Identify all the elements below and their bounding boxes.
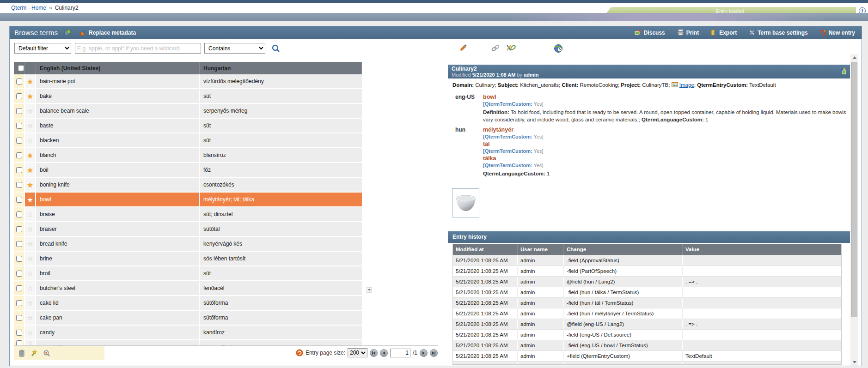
star-toggle[interactable]: ☆ (27, 300, 33, 307)
term-base-settings-button[interactable]: Term base settings (749, 30, 807, 36)
row-checkbox[interactable] (16, 197, 22, 203)
column-header-hungarian[interactable]: Hungarian (200, 62, 362, 74)
star-toggle[interactable]: ☆ (27, 241, 33, 247)
row-checkbox[interactable] (16, 271, 22, 277)
delete-entries-button[interactable] (18, 350, 25, 357)
row-checkbox[interactable] (16, 123, 22, 129)
row-checkbox[interactable] (16, 330, 22, 336)
search-replace-button[interactable] (43, 350, 50, 357)
column-header-user-name[interactable]: User name (518, 244, 564, 255)
new-entry-button[interactable]: New entry (820, 30, 855, 36)
image-link[interactable]: Image (679, 82, 694, 88)
row-checkbox[interactable] (16, 211, 22, 217)
row-checkbox[interactable] (16, 108, 22, 114)
table-row[interactable]: ☆ bread knife kenyérvágó kés (14, 237, 362, 252)
table-row[interactable]: ★ blanch blansíroz (14, 148, 362, 163)
row-checkbox[interactable] (16, 285, 22, 291)
table-row[interactable]: ☆ braise süt; dinsztel (14, 207, 362, 222)
row-checkbox[interactable] (16, 138, 22, 144)
star-cell: ☆ (25, 252, 36, 265)
table-row[interactable]: ★ boning knife csontozókés (14, 178, 362, 193)
column-header-value[interactable]: Value (683, 244, 841, 255)
column-header-modified-at[interactable]: Modified at (453, 244, 518, 255)
star-toggle[interactable]: ★ (27, 78, 33, 85)
table-row[interactable]: ☆ braiser sütőtál (14, 222, 362, 237)
row-checkbox[interactable] (16, 300, 22, 306)
table-row[interactable]: ☆ cake pan sütőforma (14, 311, 362, 326)
filter-select[interactable]: Default filter (14, 43, 71, 54)
select-all-checkbox[interactable] (18, 65, 24, 71)
table-row[interactable]: ★ bowl mélytányér; tál; tálka (14, 193, 362, 207)
table-row[interactable]: ★ bain-marie pot vízfürdős melegítőedény (14, 74, 362, 89)
edit-pencil-icon[interactable] (459, 44, 468, 53)
unlink-icon[interactable] (506, 44, 515, 53)
browse-terms-icon[interactable] (64, 30, 71, 36)
star-toggle[interactable]: ☆ (27, 211, 33, 218)
row-checkbox[interactable] (16, 152, 22, 158)
search-button[interactable] (271, 43, 282, 54)
row-checkbox[interactable] (16, 182, 22, 188)
table-row[interactable]: ☆ broil süt (14, 266, 362, 281)
table-row[interactable]: ☆ balance beam scale serpenyős mérleg (14, 104, 362, 119)
star-toggle[interactable]: ★ (27, 181, 33, 188)
select-all-cell[interactable] (14, 62, 25, 74)
page-input[interactable] (390, 349, 410, 357)
row-checkbox[interactable] (16, 256, 22, 262)
search-input[interactable] (75, 43, 201, 54)
terms-scroll-down-button[interactable] (367, 287, 372, 293)
column-header-change[interactable]: Change (564, 244, 683, 255)
star-toggle[interactable]: ☆ (27, 329, 33, 336)
table-row[interactable]: ☆ baste süt (14, 119, 362, 133)
export-button[interactable]: Export (711, 30, 737, 36)
star-toggle[interactable]: ☆ (27, 137, 33, 144)
first-page-button[interactable] (370, 349, 378, 357)
star-toggle[interactable]: ☆ (27, 226, 33, 233)
table-row[interactable]: ★ boil főz (14, 163, 362, 178)
row-checkbox[interactable] (16, 226, 22, 232)
row-checkbox[interactable] (16, 78, 22, 84)
entry-discuss-icon[interactable] (840, 68, 846, 74)
batch-edit-button[interactable] (31, 350, 37, 357)
scroll-up-button[interactable] (850, 54, 858, 61)
match-mode-select[interactable]: Contains (204, 43, 265, 54)
table-row[interactable]: ☆ brine sós lében tartósít (14, 252, 362, 266)
table-row[interactable]: ★ bake süt (14, 89, 362, 104)
star-toggle[interactable]: ☆ (27, 122, 33, 129)
scrollbar-thumb[interactable] (851, 62, 857, 317)
history-user-name: admin (518, 330, 564, 340)
entry-image[interactable] (452, 188, 479, 217)
row-checkbox[interactable] (16, 93, 22, 99)
replace-metadata-button[interactable]: Replace metadata (80, 30, 136, 36)
star-toggle[interactable]: ★ (27, 196, 33, 203)
home-link[interactable]: Qterm - Home (11, 5, 46, 11)
star-toggle[interactable]: ★ (27, 152, 33, 159)
refresh-icon[interactable] (296, 349, 303, 356)
entry-panel-scrollbar[interactable] (850, 54, 858, 366)
link-icon[interactable] (491, 44, 500, 53)
row-checkbox[interactable] (16, 241, 22, 247)
print-button[interactable]: Print (677, 30, 699, 36)
star-toggle[interactable]: ☆ (27, 314, 33, 321)
language-block-hun: hun mélytányér [QtermTermCustom: Yes] tá… (448, 126, 850, 177)
next-page-button[interactable] (420, 349, 428, 357)
prev-page-button[interactable] (380, 349, 388, 357)
star-toggle[interactable]: ★ (27, 93, 33, 100)
star-toggle[interactable]: ☆ (27, 108, 33, 115)
table-row[interactable]: ☆ candy kandíroz (14, 326, 362, 340)
column-header-english[interactable]: English (United States) (36, 62, 200, 74)
scroll-down-button[interactable] (850, 359, 858, 366)
star-toggle[interactable]: ☆ (27, 255, 33, 262)
discuss-button[interactable]: Discuss (635, 30, 665, 36)
star-toggle[interactable]: ☆ (27, 285, 33, 292)
globe-clock-icon[interactable] (554, 44, 563, 53)
star-toggle[interactable]: ☆ (27, 270, 33, 277)
last-page-button[interactable] (430, 349, 438, 357)
row-checkbox[interactable] (16, 315, 22, 321)
row-checkbox[interactable] (16, 167, 22, 173)
page-size-select[interactable]: 200 (348, 348, 367, 357)
table-row[interactable]: ☆ blacken süt (14, 133, 362, 148)
star-toggle[interactable]: ★ (27, 167, 33, 174)
table-row[interactable]: ☆ butcher's steel fenőacél (14, 281, 362, 296)
history-table-body: 5/21/2020 1:08:25 AM admin -field (Appro… (453, 255, 841, 364)
table-row[interactable]: ☆ cake lid sütőforma (14, 296, 362, 311)
